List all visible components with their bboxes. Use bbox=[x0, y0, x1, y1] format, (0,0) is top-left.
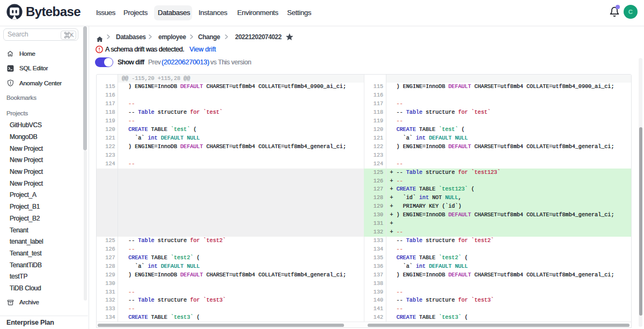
svg-text:K: K bbox=[70, 32, 74, 38]
